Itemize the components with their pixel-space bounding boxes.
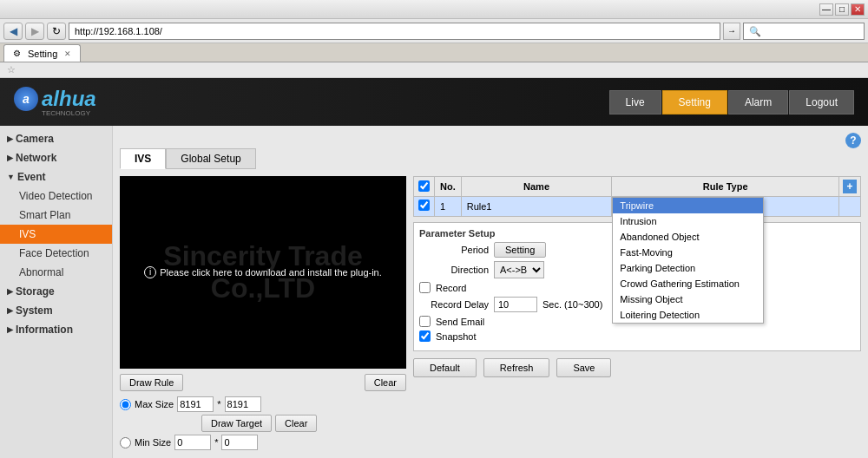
sidebar-item-abnormal[interactable]: Abnormal xyxy=(0,263,112,282)
x-symbol2: * xyxy=(214,437,218,448)
min-width-input[interactable] xyxy=(174,435,211,450)
rule-type-dropdown: Tripwire Intrusion Abandoned Object Fast… xyxy=(612,197,764,324)
record-checkbox[interactable] xyxy=(419,282,431,293)
logo-icon: a xyxy=(14,87,38,111)
period-setting-button[interactable]: Setting xyxy=(494,242,546,258)
maximize-btn[interactable]: □ xyxy=(835,3,849,16)
setting-nav-btn[interactable]: Setting xyxy=(662,90,727,114)
sidebar-item-video-detection[interactable]: Video Detection xyxy=(0,186,112,206)
sidebar-item-smart-plan[interactable]: Smart Plan xyxy=(0,206,112,225)
rule-type-label: Rule Type xyxy=(703,181,748,192)
browser-tab-setting[interactable]: ⚙ Setting ✕ xyxy=(3,44,81,62)
title-bar-controls: — □ ✕ xyxy=(819,3,865,16)
tab-ivs[interactable]: IVS xyxy=(120,148,166,169)
close-btn[interactable]: ✕ xyxy=(851,3,865,16)
sidebar-group-event[interactable]: ▼ Event xyxy=(0,167,112,186)
max-size-radio[interactable] xyxy=(120,399,131,410)
sidebar-group-network[interactable]: ▶ Network xyxy=(0,148,112,167)
video-area[interactable]: Sincerity Trade Co.,LTD i Please click h… xyxy=(120,176,406,369)
checkbox-col-header xyxy=(414,177,435,197)
snapshot-checkbox[interactable] xyxy=(419,330,431,342)
record-delay-unit: Sec. (10~300) xyxy=(542,299,602,310)
alarm-nav-btn[interactable]: Alarm xyxy=(728,90,788,114)
sidebar-item-ivs[interactable]: IVS xyxy=(0,225,112,244)
record-label: Record xyxy=(436,283,466,293)
event-label: Event xyxy=(17,171,46,183)
max-width-input[interactable] xyxy=(177,396,214,412)
sidebar-group-system[interactable]: ▶ System xyxy=(0,301,112,320)
row-no-cell: 1 xyxy=(435,197,462,217)
dropdown-item-crowd[interactable]: Crowd Gathering Estimation xyxy=(613,276,763,291)
name-col-header: Name xyxy=(461,177,612,197)
draw-rule-button[interactable]: Draw Rule xyxy=(120,374,183,391)
dropdown-item-abandoned[interactable]: Abandoned Object xyxy=(613,229,763,245)
x-symbol1: * xyxy=(217,399,220,409)
max-height-input[interactable] xyxy=(225,396,261,412)
sidebar-group-camera[interactable]: ▶ Camera xyxy=(0,129,112,148)
add-col-header[interactable]: + xyxy=(839,177,861,197)
refresh-button[interactable]: ↻ xyxy=(47,23,66,40)
max-size-label: Max Size xyxy=(135,399,174,409)
target-filter-section: Max Size * Draw Target Clear Min xyxy=(120,396,406,450)
period-label: Period xyxy=(419,245,489,255)
min-size-radio[interactable] xyxy=(120,437,131,448)
logout-nav-btn[interactable]: Logout xyxy=(789,90,854,114)
min-height-input[interactable] xyxy=(221,435,258,450)
dropdown-item-fast-moving[interactable]: Fast-Moving xyxy=(613,245,763,260)
clear1-button[interactable]: Clear xyxy=(365,374,406,391)
tab-global-setup[interactable]: Global Setup xyxy=(166,148,255,169)
sidebar: ▶ Camera ▶ Network ▼ Event Video Detecti… xyxy=(0,126,113,458)
row-checkbox-cell xyxy=(414,197,435,217)
bookmarks-bar: ☆ xyxy=(0,62,868,78)
plugin-text: Please click here to download and instal… xyxy=(160,267,382,278)
browser-nav-bar: ◀ ▶ ↻ → xyxy=(0,19,868,43)
dropdown-item-intrusion[interactable]: Intrusion xyxy=(613,213,763,229)
draw-target-button[interactable]: Draw Target xyxy=(201,415,272,432)
clear2-button[interactable]: Clear xyxy=(275,415,317,432)
sidebar-group-information[interactable]: ▶ Information xyxy=(0,320,112,339)
select-all-checkbox[interactable] xyxy=(418,180,430,192)
go-button[interactable]: → xyxy=(723,23,740,40)
record-delay-input[interactable] xyxy=(494,297,537,312)
plugin-message[interactable]: i Please click here to download and inst… xyxy=(144,266,382,278)
add-rule-icon[interactable]: + xyxy=(843,180,857,193)
snapshot-row: Snapshot xyxy=(419,330,855,342)
refresh-button[interactable]: Refresh xyxy=(483,358,550,377)
storage-arrow-icon: ▶ xyxy=(7,287,13,296)
dropdown-item-parking[interactable]: Parking Detection xyxy=(613,260,763,276)
tab-close-icon[interactable]: ✕ xyxy=(64,49,71,58)
event-arrow-icon: ▼ xyxy=(7,173,15,181)
dropdown-item-loitering[interactable]: Loitering Detection xyxy=(613,307,763,323)
row-type-cell: Tripwire Tripwire Intrusion Abandoned Ob… xyxy=(612,197,839,217)
rule-type-col-header: Rule Type xyxy=(612,177,839,197)
browser-title-bar: — □ ✕ xyxy=(0,0,868,19)
address-bar[interactable] xyxy=(69,23,720,40)
forward-button[interactable]: ▶ xyxy=(25,23,44,40)
dropdown-item-missing[interactable]: Missing Object xyxy=(613,291,763,307)
action-buttons: Default Refresh Save xyxy=(413,358,861,377)
table-row[interactable]: 1 Rule1 Tripwire Tripwire Intrusion xyxy=(414,197,861,217)
header-nav: Live Setting Alarm Logout xyxy=(609,90,854,114)
dropdown-item-tripwire[interactable]: Tripwire xyxy=(613,198,763,213)
default-button[interactable]: Default xyxy=(413,358,477,377)
information-arrow-icon: ▶ xyxy=(7,325,13,334)
send-email-checkbox[interactable] xyxy=(419,316,431,327)
record-delay-label: Record Delay xyxy=(419,299,489,310)
system-arrow-icon: ▶ xyxy=(7,306,13,315)
information-label: Information xyxy=(16,324,73,336)
sidebar-item-face-detection[interactable]: Face Detection xyxy=(0,244,112,263)
search-bar[interactable] xyxy=(743,23,865,40)
min-size-row: Min Size * xyxy=(120,435,406,450)
minimize-btn[interactable]: — xyxy=(819,3,833,16)
help-icon[interactable]: ? xyxy=(845,133,861,148)
row-checkbox[interactable] xyxy=(418,200,430,211)
save-button[interactable]: Save xyxy=(556,358,611,377)
video-btn-row1: Draw Rule Clear xyxy=(120,374,406,391)
live-nav-btn[interactable]: Live xyxy=(609,90,661,114)
network-label: Network xyxy=(16,152,56,164)
sidebar-group-storage[interactable]: ▶ Storage xyxy=(0,282,112,301)
rules-table-container: No. Name Rule Type + xyxy=(413,176,861,377)
page-tabs: IVS Global Setup xyxy=(120,148,861,169)
back-button[interactable]: ◀ xyxy=(3,23,23,40)
direction-select[interactable]: A<->BA->BB->A xyxy=(494,261,544,278)
